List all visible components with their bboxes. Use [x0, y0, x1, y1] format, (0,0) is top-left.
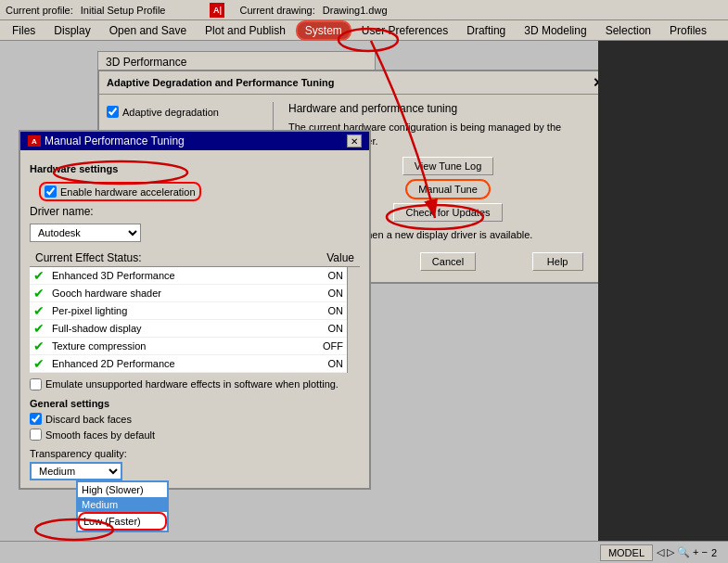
adaptive-cancel-button[interactable]: Cancel: [420, 252, 476, 271]
menu-item-display[interactable]: Display: [45, 21, 98, 40]
view-tune-log-button[interactable]: View Tune Log: [402, 157, 494, 175]
manual-dialog-title: Manual Performance Tuning: [45, 134, 185, 147]
menu-item-plot-and-publish[interactable]: Plot and Publish: [197, 21, 294, 40]
manual-dialog-titlebar: A Manual Performance Tuning ✕: [20, 132, 369, 150]
status-bar: MODEL ◁ ▷ 🔍 + − 2: [0, 541, 728, 563]
adaptive-dialog-title-text: Adaptive Degradation and Performance Tun…: [107, 77, 335, 88]
adaptive-degradation-row: Adaptive degradation: [107, 106, 265, 118]
discard-back-faces-label: Discard back faces: [45, 414, 132, 425]
emulate-checkbox[interactable]: [30, 378, 42, 390]
effect-name-1: Enhanced 3D Performance: [52, 270, 297, 281]
effect-value-3: ON: [297, 305, 343, 316]
adaptive-degradation-label: Adaptive degradation: [122, 107, 219, 118]
menu-item-profiles[interactable]: Profiles: [661, 21, 715, 40]
driver-name-label: Driver name:: [30, 205, 94, 218]
general-settings-label: General settings: [30, 398, 360, 409]
profile-area: Current profile: Initial Setup Profile A…: [6, 3, 388, 18]
adaptive-degradation-checkbox[interactable]: [107, 106, 119, 118]
enable-hw-accel-checkbox[interactable]: [45, 186, 57, 198]
effect-value-2: ON: [297, 288, 343, 299]
driver-select-wrapper: Autodesk: [30, 224, 360, 242]
adaptive-dialog-titlebar: Adaptive Degradation and Performance Tun…: [99, 71, 615, 95]
nav-icon-4[interactable]: −: [701, 546, 707, 558]
hw-perf-title: Hardware and performance tuning: [288, 102, 607, 115]
transparency-label: Transparency quality:: [30, 448, 360, 459]
effects-rows: ✔ Enhanced 3D Performance ON ✔ Gooch har…: [30, 267, 360, 373]
smooth-faces-label: Smooth faces by default: [45, 429, 155, 441]
model-tab[interactable]: MODEL: [600, 544, 653, 561]
effects-row-2: ✔ Gooch hardware shader ON: [30, 285, 347, 302]
menu-item-3d-modeling[interactable]: 3D Modeling: [516, 21, 594, 40]
driver-name-row: Driver name:: [30, 205, 360, 218]
menu-item-user-preferences[interactable]: User Preferences: [353, 21, 456, 40]
transparency-select[interactable]: Medium: [30, 462, 122, 480]
effect-value-4: ON: [297, 323, 343, 334]
effect-name-6: Enhanced 2D Performance: [52, 358, 297, 369]
3d-performance-title: 3D Performance: [106, 56, 367, 69]
page-number-2: 2: [711, 547, 717, 558]
effects-table-header: Current Effect Status: Value: [30, 250, 360, 267]
transparency-option-high[interactable]: High (Slower): [78, 482, 167, 497]
effect-value-6: ON: [297, 358, 343, 369]
menu-item-open-and-save[interactable]: Open and Save: [101, 21, 195, 40]
check-icon-2: ✔: [33, 286, 52, 301]
hardware-settings-group-label: Hardware settings: [30, 163, 360, 174]
current-profile-value: Initial Setup Profile: [81, 5, 166, 16]
enable-hw-accel-row: Enable hardware acceleration: [39, 182, 201, 201]
manual-performance-dialog: A Manual Performance Tuning ✕ Hardware s…: [19, 130, 371, 490]
manual-dialog-icon: A: [28, 135, 41, 147]
effect-value-5: OFF: [297, 340, 343, 352]
menu-bar: Files Display Open and Save Plot and Pub…: [0, 20, 728, 41]
smooth-faces-row: Smooth faces by default: [30, 429, 360, 441]
adaptive-help-button[interactable]: Help: [532, 252, 583, 271]
effects-table-body: ✔ Enhanced 3D Performance ON ✔ Gooch har…: [30, 267, 360, 373]
effect-name-4: Full-shadow display: [52, 323, 297, 334]
current-drawing-label: Current drawing:: [239, 5, 314, 16]
check-icon-1: ✔: [33, 268, 52, 283]
check-icon-6: ✔: [33, 356, 52, 371]
enable-hw-accel-label: Enable hardware acceleration: [60, 186, 196, 198]
nav-icons: ◁ ▷ 🔍 + −: [657, 546, 708, 558]
menu-item-system[interactable]: System: [296, 20, 351, 41]
effects-col1-header: Current Effect Status:: [35, 251, 308, 264]
effects-row-6: ✔ Enhanced 2D Performance ON: [30, 355, 347, 373]
nav-icon-3[interactable]: +: [693, 546, 698, 558]
check-icon-3: ✔: [33, 303, 52, 318]
current-profile-label: Current profile:: [6, 5, 73, 16]
effects-row-5: ✔ Texture compression OFF: [30, 338, 347, 355]
effects-scrollbar[interactable]: [347, 267, 360, 373]
transparency-option-medium[interactable]: Medium: [78, 497, 167, 512]
check-for-updates-button[interactable]: Check for Updates: [393, 203, 502, 222]
menu-item-drafting[interactable]: Drafting: [458, 21, 514, 40]
effects-row-4: ✔ Full-shadow display ON: [30, 320, 347, 338]
manual-dialog-body: Hardware settings Enable hardware accele…: [20, 150, 369, 488]
emulate-row: Emulate unsupported hardware effects in …: [30, 378, 360, 390]
effect-name-5: Texture compression: [52, 340, 297, 352]
effects-row-1: ✔ Enhanced 3D Performance ON: [30, 267, 347, 285]
effects-col2-header: Value: [308, 251, 354, 264]
zoom-icon[interactable]: 🔍: [677, 546, 690, 558]
emulate-label: Emulate unsupported hardware effects in …: [45, 378, 338, 390]
transparency-section: Transparency quality: Medium High (Slowe…: [30, 448, 360, 480]
effects-row-3: ✔ Per-pixel lighting ON: [30, 302, 347, 320]
nav-icon-1[interactable]: ◁: [657, 546, 664, 558]
transparency-option-low[interactable]: Low (Faster): [78, 512, 167, 531]
menu-item-files[interactable]: Files: [4, 21, 44, 40]
check-icon-4: ✔: [33, 321, 52, 336]
current-drawing-value: Drawing1.dwg: [323, 5, 388, 16]
title-bar: Current profile: Initial Setup Profile A…: [0, 0, 728, 20]
driver-select[interactable]: Autodesk: [30, 224, 141, 242]
manual-dialog-close[interactable]: ✕: [347, 134, 362, 147]
nav-icon-2[interactable]: ▷: [667, 546, 674, 558]
smooth-faces-checkbox[interactable]: [30, 429, 42, 441]
discard-back-faces-row: Discard back faces: [30, 413, 360, 425]
transparency-dropdown-options: High (Slower) Medium Low (Faster): [76, 480, 169, 532]
manual-tune-button[interactable]: Manual Tune: [405, 179, 491, 199]
check-icon-5: ✔: [33, 339, 52, 353]
effect-name-2: Gooch hardware shader: [52, 288, 297, 299]
menu-item-selection[interactable]: Selection: [597, 21, 659, 40]
effect-name-3: Per-pixel lighting: [52, 305, 297, 316]
autocad-window: Current profile: Initial Setup Profile A…: [0, 0, 728, 563]
effect-value-1: ON: [297, 270, 343, 281]
discard-back-faces-checkbox[interactable]: [30, 413, 42, 425]
